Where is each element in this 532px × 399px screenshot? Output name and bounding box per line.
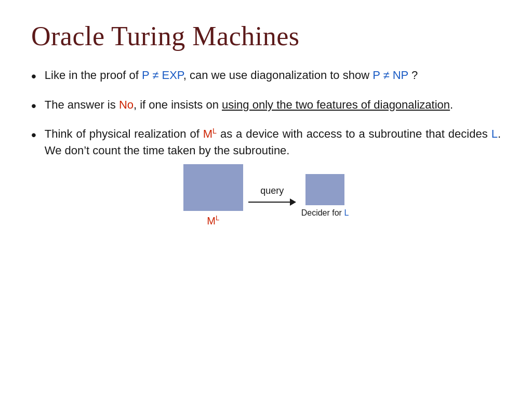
query-label: query bbox=[260, 185, 284, 196]
bullet2-suffix: . bbox=[450, 98, 453, 111]
decider-label: Decider for L bbox=[301, 208, 349, 218]
bullet3-l: L bbox=[491, 128, 498, 141]
bullet1-prefix: Like in the proof of bbox=[45, 69, 142, 82]
ml-label: ML bbox=[207, 214, 219, 227]
bullet2-underlined: using only the two features of diagonali… bbox=[222, 98, 450, 111]
bullet3-l-sup: L bbox=[212, 127, 217, 135]
diagram-area: ML query Decider for L bbox=[31, 164, 501, 227]
bullet2-text: The answer is No, if one insists on usin… bbox=[45, 97, 501, 113]
decider-box bbox=[305, 174, 344, 205]
list-item: • Think of physical realization of ML as… bbox=[31, 126, 501, 159]
bullet1-suffix: ? bbox=[408, 69, 418, 82]
bullet-point: • bbox=[31, 96, 36, 117]
bullet1-middle: , can we use diagonalization to show bbox=[183, 69, 373, 82]
bullet2-no: No bbox=[119, 98, 134, 111]
bullet-list: • Like in the proof of P ≠ EXP, can we u… bbox=[31, 67, 501, 159]
slide-title: Oracle Turing Machines bbox=[31, 21, 501, 51]
arrow bbox=[248, 198, 296, 206]
bullet3-ml: M bbox=[203, 128, 212, 141]
decider-label-text: Decider for bbox=[301, 208, 344, 217]
bullet-point: • bbox=[31, 66, 36, 87]
decider-col: Decider for L bbox=[301, 174, 349, 218]
bullet2-prefix: The answer is bbox=[45, 98, 119, 111]
bullet3-middle: as a device with access to a subroutine … bbox=[217, 128, 491, 141]
ml-label-sup: L bbox=[216, 214, 219, 222]
list-item: • The answer is No, if one insists on us… bbox=[31, 97, 501, 117]
slide: Oracle Turing Machines • Like in the pro… bbox=[0, 0, 532, 399]
ml-label-m: M bbox=[207, 215, 216, 227]
ml-box bbox=[183, 164, 243, 211]
arrow-line bbox=[248, 202, 290, 203]
bullet1-text: Like in the proof of P ≠ EXP, can we use… bbox=[45, 67, 501, 84]
bullet3-text: Think of physical realization of ML as a… bbox=[45, 126, 501, 159]
decider-l: L bbox=[344, 208, 349, 217]
arrow-head bbox=[290, 198, 296, 206]
diagram-row: ML query Decider for L bbox=[183, 164, 349, 227]
bullet3-prefix: Think of physical realization of bbox=[45, 128, 203, 141]
bullet1-p-neq-np: P ≠ NP bbox=[373, 69, 408, 82]
bullet1-p-neq-exp: P ≠ EXP bbox=[142, 69, 183, 82]
arrow-area: query bbox=[248, 185, 296, 206]
bullet-point: • bbox=[31, 125, 36, 146]
bullet2-middle: , if one insists on bbox=[134, 98, 222, 111]
list-item: • Like in the proof of P ≠ EXP, can we u… bbox=[31, 67, 501, 87]
